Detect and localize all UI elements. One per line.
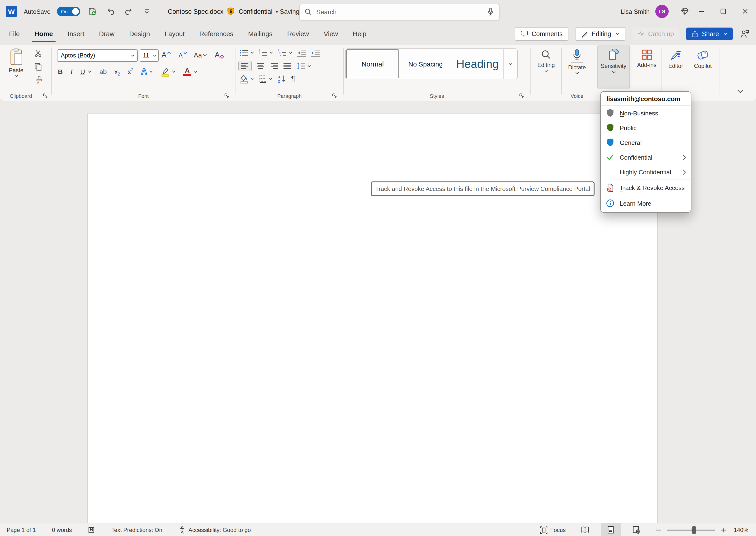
tab-layout[interactable]: Layout — [164, 28, 186, 39]
align-right-button[interactable] — [270, 63, 278, 69]
editing-mode-button[interactable]: Editing — [575, 27, 625, 41]
font-size-select[interactable]: 11 — [140, 50, 159, 62]
customize-quick-access-button[interactable] — [141, 6, 153, 17]
accessibility-status[interactable]: Accessibility: Good to go — [179, 526, 251, 534]
page-indicator[interactable]: Page 1 of 1 — [7, 527, 36, 533]
text-highlight-button[interactable] — [160, 66, 176, 77]
close-button[interactable] — [734, 0, 756, 23]
line-spacing-button[interactable] — [296, 62, 311, 70]
tab-file[interactable]: File — [8, 28, 21, 39]
read-mode-button[interactable] — [575, 523, 595, 536]
zoom-slider[interactable] — [668, 530, 715, 530]
menu-item-highly-confidential[interactable]: Highly Confidential — [601, 165, 691, 179]
premium-gem-icon[interactable] — [679, 6, 690, 17]
avatar[interactable]: LS — [655, 5, 669, 18]
tab-design[interactable]: Design — [128, 28, 151, 39]
tab-draw[interactable]: Draw — [98, 28, 115, 39]
document-page[interactable] — [87, 113, 658, 523]
bold-button[interactable]: B — [58, 68, 63, 76]
paragraph-dialog-launcher[interactable] — [332, 93, 338, 99]
change-case-button[interactable]: Aa — [194, 50, 207, 61]
save-button[interactable] — [87, 6, 99, 17]
dictate-button[interactable]: Dictate — [565, 49, 589, 75]
clipboard-dialog-launcher[interactable] — [43, 93, 49, 99]
catch-up-button[interactable]: Catch up — [633, 27, 679, 40]
style-normal[interactable]: Normal — [346, 50, 399, 78]
clear-formatting-button[interactable]: A — [214, 50, 224, 61]
zoom-in-button[interactable] — [721, 527, 726, 533]
align-center-button[interactable] — [256, 63, 265, 69]
grow-font-button[interactable]: A — [161, 50, 171, 61]
zoom-level[interactable]: 140% — [734, 527, 748, 533]
font-dialog-launcher[interactable] — [224, 93, 230, 99]
addins-button[interactable]: Add-ins — [635, 49, 659, 68]
web-layout-button[interactable] — [627, 523, 646, 536]
text-predictions-status[interactable]: Text Predictions: On — [111, 527, 162, 533]
print-layout-button[interactable] — [601, 523, 621, 536]
copy-button[interactable] — [34, 63, 42, 71]
bullets-button[interactable] — [239, 49, 254, 56]
style-heading[interactable]: Heading — [452, 49, 504, 79]
document-title[interactable]: Contoso Spec.docx — [168, 8, 223, 15]
editing-group-button[interactable]: Editing — [534, 49, 558, 73]
font-name-select[interactable]: Aptos (Body) — [57, 50, 138, 62]
menu-item-general[interactable]: General — [601, 135, 691, 150]
styles-gallery-more-button[interactable] — [503, 49, 517, 79]
justify-button[interactable] — [283, 63, 292, 69]
tab-view[interactable]: View — [323, 28, 339, 39]
tab-mailings[interactable]: Mailings — [247, 28, 274, 39]
format-painter-button[interactable] — [34, 76, 43, 84]
styles-dialog-launcher[interactable] — [519, 93, 525, 99]
tab-help[interactable]: Help — [352, 28, 368, 39]
comments-button[interactable]: Comments — [515, 27, 569, 41]
undo-button[interactable] — [105, 6, 116, 17]
redo-button[interactable] — [123, 6, 135, 17]
menu-item-learn-more[interactable]: Learn More — [601, 196, 691, 211]
borders-button[interactable] — [259, 75, 273, 83]
align-left-button[interactable] — [238, 61, 252, 71]
italic-button[interactable]: I — [70, 68, 73, 76]
text-effects-button[interactable]: A — [141, 67, 153, 77]
word-count[interactable]: 0 words — [52, 527, 72, 533]
sort-button[interactable]: A Z — [277, 75, 286, 83]
subscript-button[interactable]: x2 — [115, 67, 120, 76]
zoom-out-button[interactable] — [656, 527, 662, 533]
paste-button[interactable]: Paste — [9, 49, 24, 78]
microphone-icon[interactable] — [487, 8, 494, 16]
font-color-button[interactable]: A — [183, 67, 198, 76]
share-button[interactable]: Share — [686, 27, 733, 40]
zoom-slider-thumb[interactable] — [693, 526, 696, 534]
autosave-toggle[interactable]: On — [57, 7, 81, 16]
search-input[interactable]: Search — [299, 4, 500, 20]
underline-button[interactable]: U — [80, 68, 85, 76]
document-sensitivity-label[interactable]: Confidential — [239, 8, 273, 15]
shrink-font-button[interactable]: A — [179, 50, 187, 61]
collapse-ribbon-button[interactable] — [737, 89, 744, 93]
tab-home[interactable]: Home — [33, 28, 54, 39]
decrease-indent-button[interactable] — [297, 49, 306, 56]
style-no-spacing[interactable]: No Spacing — [400, 49, 452, 79]
minimize-button[interactable] — [690, 0, 712, 23]
increase-indent-button[interactable] — [311, 49, 320, 56]
cut-button[interactable] — [34, 50, 42, 57]
superscript-button[interactable]: x2 — [128, 67, 133, 76]
sensitivity-button[interactable]: Sensitivity — [597, 45, 630, 89]
copilot-button[interactable]: Copilot — [690, 49, 716, 69]
show-paragraph-marks-button[interactable]: ¶ — [291, 75, 295, 83]
editor-button[interactable]: Editor — [664, 49, 688, 69]
proofing-status-button[interactable] — [88, 526, 95, 534]
focus-mode-button[interactable]: Focus — [540, 526, 566, 534]
menu-item-non-business[interactable]: Non-Business — [601, 106, 691, 120]
shading-button[interactable] — [239, 74, 254, 84]
maximize-button[interactable] — [712, 0, 734, 23]
people-presence-icon[interactable] — [740, 29, 749, 38]
menu-item-confidential[interactable]: Confidential — [601, 150, 691, 165]
menu-item-public[interactable]: Public — [601, 120, 691, 135]
numbering-button[interactable]: 1 2 3 — [258, 49, 273, 56]
tab-review[interactable]: Review — [286, 28, 310, 39]
chevron-down-icon[interactable] — [88, 70, 92, 73]
tab-insert[interactable]: Insert — [67, 28, 85, 39]
multilevel-list-button[interactable]: 1 a i — [277, 49, 292, 56]
tab-references[interactable]: References — [199, 28, 234, 39]
menu-item-track-revoke-access[interactable]: Track & Revoke Access — [601, 180, 691, 195]
